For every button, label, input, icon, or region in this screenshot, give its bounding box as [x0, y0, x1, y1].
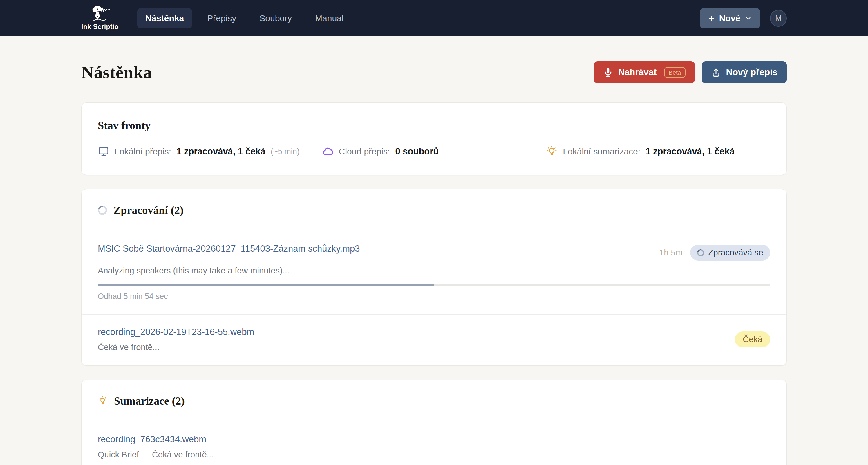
cloud-transcript-value: 0 souborů — [395, 146, 439, 157]
time-estimate: Odhad 5 min 54 sec — [98, 292, 770, 301]
summarization-card: Sumarizace (2) recording_763c3434.webm Q… — [81, 380, 787, 465]
status-badge-processing: Zpracovává se — [690, 245, 770, 261]
upload-icon — [711, 67, 721, 77]
summary-status-text: Quick Brief — Čeká ve frontě... — [98, 450, 770, 460]
processing-item-1: MSIC Sobě Startovárna-20260127_115403-Zá… — [82, 231, 786, 314]
progress-bar-fill — [98, 284, 434, 286]
page-title: Nástěnka — [81, 62, 152, 82]
nav-item-manual[interactable]: Manual — [307, 8, 351, 28]
file-link[interactable]: recording_763c3434.webm — [98, 434, 206, 444]
record-button-label: Nahrávat — [618, 67, 657, 78]
spinner-icon — [96, 204, 109, 216]
nav-item-nastenka[interactable]: Nástěnka — [137, 8, 192, 28]
record-button[interactable]: Nahrávat Beta — [594, 61, 695, 83]
file-duration: 1h 5m — [659, 248, 683, 258]
summarization-title: Sumarizace (2) — [114, 395, 185, 407]
new-transcript-button[interactable]: Nový přepis — [702, 61, 787, 83]
monitor-icon — [98, 146, 110, 157]
processing-item-2: recording_2026-02-19T23-16-55.webm Čeká … — [82, 314, 786, 366]
processing-status-text: Analyzing speakers (this may take a few … — [98, 266, 770, 275]
spinner-icon — [696, 248, 705, 258]
queue-status-card: Stav fronty Lokální přepis: 1 zpracovává… — [81, 103, 787, 175]
user-avatar[interactable]: M — [770, 10, 787, 27]
chevron-down-icon — [745, 15, 751, 22]
top-navigation-bar: Ink Scriptio Nástěnka Přepisy Soubory Ma… — [0, 0, 868, 36]
local-summary-status: Lokální sumarizace: 1 zpracovává, 1 čeká — [546, 146, 770, 157]
cloud-transcript-status: Cloud přepis: 0 souborů — [322, 146, 546, 157]
plus-icon: + — [709, 13, 715, 23]
status-badge-waiting: Čeká — [735, 331, 770, 347]
processing-title: Zpracování (2) — [114, 204, 184, 216]
new-transcript-button-label: Nový přepis — [726, 67, 777, 78]
local-summary-label: Lokální sumarizace: — [563, 147, 640, 156]
beta-badge: Beta — [664, 67, 685, 78]
cloud-transcript-label: Cloud přepis: — [339, 147, 390, 156]
lightbulb-icon — [546, 146, 558, 157]
new-button-label: Nové — [719, 13, 740, 23]
brand-name: Ink Scriptio — [81, 23, 119, 31]
local-transcript-label: Lokální přepis: — [115, 147, 171, 156]
file-link[interactable]: recording_2026-02-19T23-16-55.webm — [98, 327, 254, 337]
local-transcript-value: 1 zpracovává, 1 čeká — [176, 146, 266, 157]
cloud-icon — [322, 146, 334, 157]
queue-status-title: Stav fronty — [98, 119, 770, 132]
main-nav: Nástěnka Přepisy Soubory Manual — [137, 8, 352, 28]
nav-item-prepisy[interactable]: Přepisy — [199, 8, 244, 28]
ink-scriptio-logo-icon — [90, 5, 110, 22]
summarization-item-1: recording_763c3434.webm Quick Brief — Če… — [82, 422, 786, 465]
microphone-icon — [603, 67, 613, 77]
app-logo[interactable]: Ink Scriptio — [81, 5, 119, 31]
local-summary-value: 1 zpracovává, 1 čeká — [646, 146, 735, 157]
progress-bar — [98, 284, 770, 286]
nav-item-soubory[interactable]: Soubory — [251, 8, 300, 28]
avatar-initial: M — [775, 14, 781, 22]
processing-status-text: Čeká ve frontě... — [98, 343, 254, 352]
local-transcript-extra: (~5 min) — [271, 147, 300, 156]
dashboard-page: Nástěnka Nahrávat Beta Nový přepis — [81, 61, 787, 465]
lightbulb-icon — [98, 396, 107, 406]
new-dropdown-button[interactable]: + Nové — [700, 8, 760, 28]
status-badge-label: Zpracovává se — [708, 248, 763, 258]
file-link[interactable]: MSIC Sobě Startovárna-20260127_115403-Zá… — [98, 243, 360, 254]
local-transcript-status: Lokální přepis: 1 zpracovává, 1 čeká (~5… — [98, 146, 322, 157]
processing-card: Zpracování (2) MSIC Sobě Startovárna-202… — [81, 189, 787, 366]
